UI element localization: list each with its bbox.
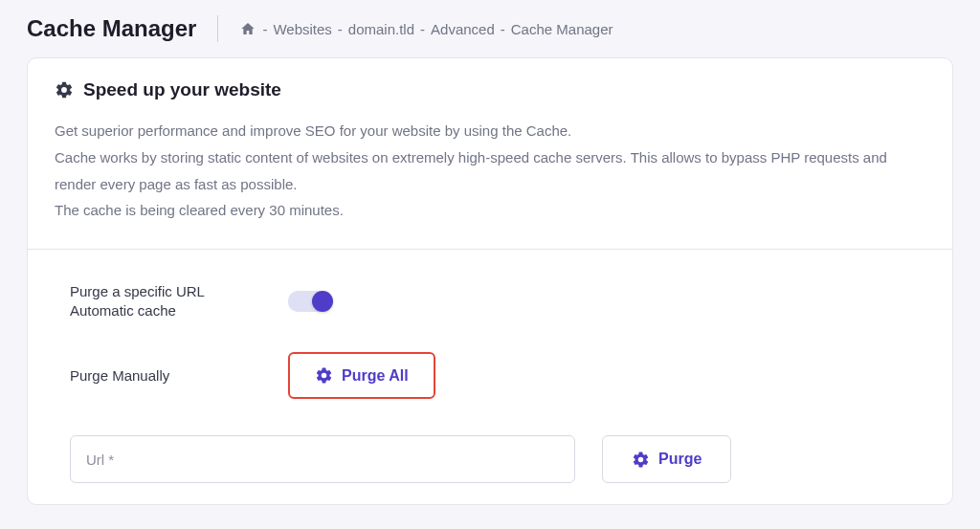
breadcrumb-item[interactable]: Websites	[273, 21, 331, 37]
breadcrumb-item: Cache Manager	[511, 21, 613, 37]
card-description: Get superior performance and improve SEO…	[55, 118, 925, 224]
purge-all-button-label: Purge All	[342, 367, 409, 385]
breadcrumb: - Websites - domain.tld - Advanced - Cac…	[239, 21, 612, 37]
breadcrumb-sep: -	[262, 21, 267, 37]
purge-button[interactable]: Purge	[602, 435, 731, 483]
purge-button-label: Purge	[658, 451, 702, 468]
automatic-cache-toggle[interactable]	[288, 291, 332, 312]
breadcrumb-sep: -	[501, 21, 505, 37]
purge-all-button[interactable]: Purge All	[288, 352, 435, 399]
card-heading: Speed up your website	[83, 79, 281, 100]
gear-icon	[632, 451, 650, 469]
purge-manually-label: Purge Manually	[70, 367, 169, 384]
home-icon[interactable]	[239, 21, 256, 36]
breadcrumb-item[interactable]: Advanced	[431, 21, 495, 37]
breadcrumb-item[interactable]: domain.tld	[348, 21, 414, 37]
url-input[interactable]	[70, 435, 575, 483]
page-title: Cache Manager	[27, 15, 196, 42]
cache-card: Speed up your website Get superior perfo…	[27, 57, 953, 505]
purge-specific-url-label: Purge a specific URL	[70, 282, 288, 301]
breadcrumb-sep: -	[338, 21, 343, 37]
breadcrumb-sep: -	[420, 21, 425, 37]
automatic-cache-label: Automatic cache	[70, 301, 288, 320]
gear-icon	[315, 366, 333, 385]
header-divider	[217, 15, 218, 42]
gear-icon	[55, 80, 74, 99]
